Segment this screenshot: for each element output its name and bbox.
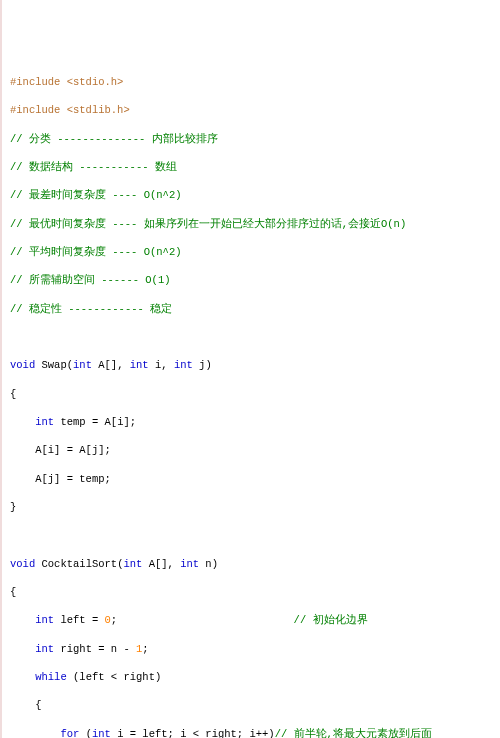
comment-stability: // 稳定性 ------------ 稳定	[10, 302, 492, 316]
left-init: int left = 0; // 初始化边界	[10, 613, 492, 627]
blank-line	[10, 330, 492, 344]
cocktail-signature: void CocktailSort(int A[], int n)	[10, 557, 492, 571]
comment-avg-time: // 平均时间复杂度 ---- O(n^2)	[10, 245, 492, 259]
brace-open: {	[10, 585, 492, 599]
comment-best-time: // 最优时间复杂度 ---- 如果序列在一开始已经大部分排序过的话,会接近O(…	[10, 217, 492, 231]
comment-worst-time: // 最差时间复杂度 ---- O(n^2)	[10, 188, 492, 202]
comment-aux-space: // 所需辅助空间 ------ O(1)	[10, 273, 492, 287]
right-init: int right = n - 1;	[10, 642, 492, 656]
code-block: #include <stdio.h> #include <stdlib.h> /…	[10, 61, 492, 738]
include-stdlib: #include <stdlib.h>	[10, 103, 492, 117]
brace-open: {	[10, 698, 492, 712]
swap-assign-2: A[j] = temp;	[10, 472, 492, 486]
brace-close: }	[10, 500, 492, 514]
brace-open: {	[10, 387, 492, 401]
comment-data-structure: // 数据结构 ----------- 数组	[10, 160, 492, 174]
swap-assign-1: A[i] = A[j];	[10, 443, 492, 457]
for-forward: for (int i = left; i < right; i++)// 前半轮…	[10, 727, 492, 738]
swap-signature: void Swap(int A[], int i, int j)	[10, 358, 492, 372]
include-stdio: #include <stdio.h>	[10, 75, 492, 89]
blank-line	[10, 528, 492, 542]
comment-classification: // 分类 -------------- 内部比较排序	[10, 132, 492, 146]
while-loop: while (left < right)	[10, 670, 492, 684]
swap-temp: int temp = A[i];	[10, 415, 492, 429]
